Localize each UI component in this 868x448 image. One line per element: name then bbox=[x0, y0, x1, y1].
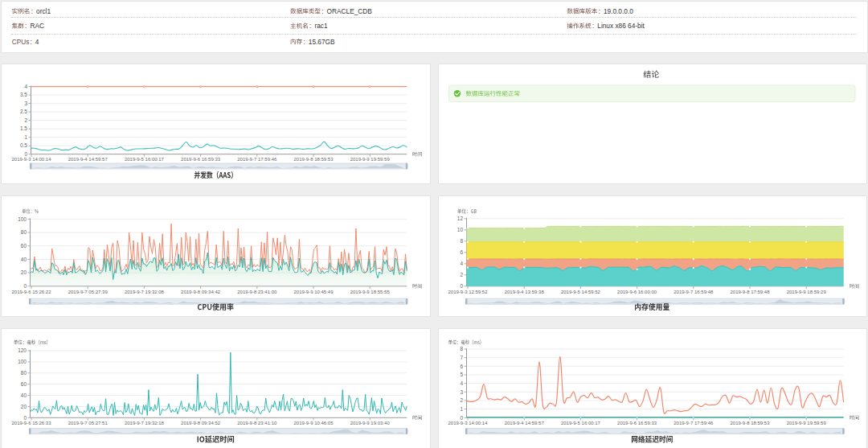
svg-text:40: 40 bbox=[21, 393, 27, 398]
svg-text:15.67GB: 15.67GB bbox=[309, 38, 335, 46]
svg-text::: : bbox=[31, 7, 33, 15]
svg-text:0: 0 bbox=[460, 283, 463, 289]
svg-text:0: 0 bbox=[23, 283, 27, 289]
svg-text:0: 0 bbox=[24, 151, 27, 157]
svg-text:2019-9-5 14:59:52: 2019-9-5 14:59:52 bbox=[561, 290, 601, 294]
svg-text:2019-9-7 19:32:08: 2019-9-7 19:32:08 bbox=[125, 290, 165, 294]
svg-text::: : bbox=[303, 38, 305, 46]
svg-text:4: 4 bbox=[460, 261, 463, 266]
svg-text:RAC: RAC bbox=[31, 22, 45, 30]
svg-text:2019-9-6 15:26:22: 2019-9-6 15:26:22 bbox=[11, 290, 51, 294]
svg-text:6: 6 bbox=[460, 364, 463, 369]
svg-text:orcl1: orcl1 bbox=[36, 7, 51, 15]
svg-text::: : bbox=[25, 22, 27, 30]
svg-text:2019-9-6 16:00:00: 2019-9-6 16:00:00 bbox=[617, 290, 657, 294]
svg-text:12: 12 bbox=[457, 216, 464, 221]
svg-text:3: 3 bbox=[460, 389, 463, 395]
svg-text:Linux x86 64-bit: Linux x86 64-bit bbox=[597, 22, 645, 30]
svg-text:4: 4 bbox=[460, 380, 463, 386]
svg-text:8: 8 bbox=[460, 346, 463, 351]
svg-text:2019-9-9 10:45:49: 2019-9-9 10:45:49 bbox=[293, 290, 334, 294]
svg-text:2019-9-9 18:59:29: 2019-9-9 18:59:29 bbox=[787, 290, 827, 294]
svg-text:120: 120 bbox=[18, 347, 27, 353]
svg-text:80: 80 bbox=[21, 370, 27, 376]
svg-text:2019-9-8 17:59:48: 2019-9-8 17:59:48 bbox=[730, 290, 770, 294]
svg-text:2019-9-9 10:46:05: 2019-9-9 10:46:05 bbox=[293, 421, 334, 425]
svg-text:2019-9-3 14:00:14: 2019-9-3 14:00:14 bbox=[448, 421, 488, 425]
svg-text:2019-9-9 19:59:59: 2019-9-9 19:59:59 bbox=[787, 421, 827, 425]
svg-text:2019-9-7 05:27:51: 2019-9-7 05:27:51 bbox=[68, 421, 108, 425]
svg-text:2.5: 2.5 bbox=[20, 109, 27, 114]
svg-text:6: 6 bbox=[460, 249, 463, 255]
svg-text:60: 60 bbox=[21, 381, 27, 387]
svg-text:2019-9-8 23:41:00: 2019-9-8 23:41:00 bbox=[237, 290, 277, 294]
svg-text:2019-9-8 09:34:42: 2019-9-8 09:34:42 bbox=[181, 290, 221, 294]
svg-text:4: 4 bbox=[35, 38, 39, 46]
svg-text:2019-9-4 14:59:57: 2019-9-4 14:59:57 bbox=[68, 157, 108, 162]
svg-text:100: 100 bbox=[18, 216, 27, 222]
svg-text:7: 7 bbox=[460, 355, 463, 360]
svg-text:8: 8 bbox=[460, 238, 463, 244]
svg-text::: : bbox=[309, 22, 311, 30]
svg-text:100: 100 bbox=[18, 359, 27, 364]
svg-text:3.5: 3.5 bbox=[20, 92, 27, 97]
svg-text:2019-9-3 14:00:14: 2019-9-3 14:00:14 bbox=[11, 157, 51, 162]
svg-text:10: 10 bbox=[457, 227, 464, 232]
svg-text::: : bbox=[321, 7, 323, 15]
svg-text:80: 80 bbox=[21, 229, 27, 235]
svg-text::: : bbox=[30, 38, 31, 46]
svg-text:4: 4 bbox=[24, 84, 27, 89]
svg-text:20: 20 bbox=[21, 404, 27, 409]
svg-text:2019-9-3 12:59:52: 2019-9-3 12:59:52 bbox=[448, 290, 488, 294]
svg-text:2019-9-5 16:00:17: 2019-9-5 16:00:17 bbox=[125, 157, 165, 162]
svg-text:0.5: 0.5 bbox=[20, 142, 27, 148]
svg-text:2019-9-8 09:34:52: 2019-9-8 09:34:52 bbox=[181, 421, 221, 425]
svg-text:2019-9-7 05:27:39: 2019-9-7 05:27:39 bbox=[68, 290, 108, 294]
svg-text:0: 0 bbox=[460, 415, 463, 421]
svg-text::: : bbox=[599, 7, 600, 15]
svg-text:2019-9-6 15:26:33: 2019-9-6 15:26:33 bbox=[11, 421, 51, 425]
svg-text:2019-9-7 17:59:46: 2019-9-7 17:59:46 bbox=[674, 421, 714, 425]
svg-text:0: 0 bbox=[23, 415, 27, 421]
svg-text:2019-9-7 16:59:48: 2019-9-7 16:59:48 bbox=[674, 290, 714, 294]
svg-text:1: 1 bbox=[24, 134, 27, 140]
svg-text:20: 20 bbox=[21, 269, 27, 275]
svg-text:5: 5 bbox=[460, 372, 463, 377]
svg-text:2019-9-6 16:59:33: 2019-9-6 16:59:33 bbox=[181, 157, 221, 162]
svg-text:2: 2 bbox=[460, 397, 463, 403]
svg-text:2019-9-5 16:00:17: 2019-9-5 16:00:17 bbox=[561, 421, 601, 425]
svg-text:60: 60 bbox=[21, 243, 27, 249]
svg-text:2019-9-6 16:59:33: 2019-9-6 16:59:33 bbox=[617, 421, 657, 425]
svg-text:2019-9-8 23:41:10: 2019-9-8 23:41:10 bbox=[237, 421, 277, 425]
svg-text::: : bbox=[592, 22, 594, 30]
svg-text:rac1: rac1 bbox=[314, 22, 328, 30]
svg-text:2019-9-7 19:32:18: 2019-9-7 19:32:18 bbox=[125, 421, 165, 425]
svg-text:ORACLE_CDB: ORACLE_CDB bbox=[327, 7, 373, 15]
svg-text:2: 2 bbox=[24, 117, 27, 123]
svg-text:19.0.0.0.0: 19.0.0.0.0 bbox=[604, 7, 633, 15]
svg-text:2019-9-8 18:59:53: 2019-9-8 18:59:53 bbox=[293, 157, 334, 162]
svg-text:3: 3 bbox=[24, 101, 27, 106]
svg-text:2: 2 bbox=[460, 272, 463, 277]
svg-text:2019-9-7 17:59:46: 2019-9-7 17:59:46 bbox=[237, 157, 277, 162]
svg-text:2019-9-4 14:59:57: 2019-9-4 14:59:57 bbox=[505, 421, 545, 425]
svg-text:CPUs: CPUs bbox=[12, 38, 30, 46]
svg-text:2019-9-4 13:59:38: 2019-9-4 13:59:38 bbox=[505, 290, 545, 294]
svg-text:2019-9-9 18:55:55: 2019-9-9 18:55:55 bbox=[350, 290, 391, 294]
svg-text:2019-9-9 19:59:59: 2019-9-9 19:59:59 bbox=[350, 157, 391, 162]
svg-text:1.5: 1.5 bbox=[20, 125, 27, 131]
svg-text:1: 1 bbox=[460, 406, 463, 412]
svg-text:40: 40 bbox=[21, 257, 27, 262]
svg-text:2019-9-8 18:59:53: 2019-9-8 18:59:53 bbox=[730, 421, 770, 425]
svg-text:2019-9-9 19:03:40: 2019-9-9 19:03:40 bbox=[350, 421, 391, 425]
